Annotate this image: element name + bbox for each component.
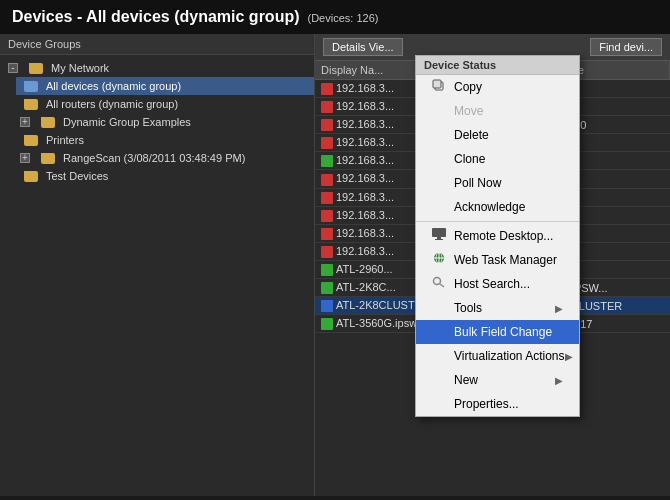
sidebar-label-rangescan: RangeScan (3/08/2011 03:48:49 PM) <box>63 152 245 164</box>
page-title: Devices - All devices (dynamic group) <box>12 8 300 26</box>
context-menu-item-delete[interactable]: Delete <box>416 123 579 147</box>
sidebar-item-printers[interactable]: Printers <box>16 131 314 149</box>
folder-icon-rangescan <box>41 153 55 164</box>
device-status-icon <box>321 174 333 186</box>
svg-line-10 <box>440 284 444 287</box>
context-menu-label-delete: Delete <box>454 128 563 142</box>
device-status-icon <box>321 282 333 294</box>
sidebar-label-test-devices: Test Devices <box>46 170 108 182</box>
context-menu-item-move: Move <box>416 99 579 123</box>
sidebar-label-printers: Printers <box>46 134 84 146</box>
device-status-icon <box>321 228 333 240</box>
new-icon <box>432 372 448 388</box>
expand-my-network[interactable]: - <box>8 63 18 73</box>
context-menu-item-bulk-field-change[interactable]: Bulk Field Change <box>416 320 579 344</box>
sidebar-header: Device Groups <box>0 34 314 55</box>
context-menu-item-acknowledge[interactable]: Acknowledge <box>416 195 579 219</box>
context-menu-item-new[interactable]: New▶ <box>416 368 579 392</box>
submenu-arrow-new: ▶ <box>555 375 563 386</box>
poll-now-icon <box>432 175 448 191</box>
clone-icon <box>432 151 448 167</box>
context-menu-label-properties: Properties... <box>454 397 563 411</box>
details-view-button[interactable]: Details Vie... <box>323 38 403 56</box>
device-status-icon <box>321 246 333 258</box>
svg-rect-1 <box>433 80 441 88</box>
delete-icon <box>432 127 448 143</box>
folder-icon-test <box>24 171 38 182</box>
sidebar-item-test-devices[interactable]: Test Devices <box>16 167 314 185</box>
context-menu-label-host-search: Host Search... <box>454 277 563 291</box>
remote-desktop-icon <box>432 228 448 244</box>
sidebar-item-all-routers[interactable]: All routers (dynamic group) <box>16 95 314 113</box>
context-menu-label-web-task-manager: Web Task Manager <box>454 253 563 267</box>
context-menu-item-tools[interactable]: Tools▶ <box>416 296 579 320</box>
svg-point-9 <box>434 278 441 285</box>
device-status-icon <box>321 192 333 204</box>
sidebar-item-all-devices[interactable]: All devices (dynamic group) <box>16 77 314 95</box>
sidebar-item-rangescan[interactable]: + RangeScan (3/08/2011 03:48:49 PM) <box>12 149 314 167</box>
copy-icon <box>432 79 448 95</box>
svg-rect-4 <box>435 239 443 240</box>
context-menu-item-copy[interactable]: Copy <box>416 75 579 99</box>
context-menu-item-host-search[interactable]: Host Search... <box>416 272 579 296</box>
sidebar: Device Groups - My Network All devices (… <box>0 34 315 496</box>
context-menu-item-web-task-manager[interactable]: Web Task Manager <box>416 248 579 272</box>
device-status-icon <box>321 300 333 312</box>
sidebar-label-my-network: My Network <box>51 62 109 74</box>
device-status-icon <box>321 264 333 276</box>
context-menu-item-virtualization-actions[interactable]: Virtualization Actions▶ <box>416 344 579 368</box>
submenu-arrow-virtualization-actions: ▶ <box>565 351 573 362</box>
context-menu-separator <box>416 221 579 222</box>
virtualization-actions-icon <box>432 348 448 364</box>
context-menu-header: Device Status <box>416 56 579 75</box>
context-menu-label-bulk-field-change: Bulk Field Change <box>454 325 563 339</box>
context-menu-item-poll-now[interactable]: Poll Now <box>416 171 579 195</box>
device-status-icon <box>321 119 333 131</box>
device-status-icon <box>321 137 333 149</box>
svg-rect-2 <box>432 228 446 237</box>
context-menu-label-remote-desktop: Remote Desktop... <box>454 229 563 243</box>
expand-dynamic-group[interactable]: + <box>20 117 30 127</box>
device-count: (Devices: 126) <box>308 12 379 24</box>
sidebar-label-all-routers: All routers (dynamic group) <box>46 98 178 110</box>
move-icon <box>432 103 448 119</box>
device-status-icon <box>321 155 333 167</box>
context-menu-label-new: New <box>454 373 555 387</box>
title-bar: Devices - All devices (dynamic group) (D… <box>0 0 670 34</box>
context-menu-label-acknowledge: Acknowledge <box>454 200 563 214</box>
bulk-field-change-icon <box>432 324 448 340</box>
sidebar-label-all-devices: All devices (dynamic group) <box>46 80 181 92</box>
device-status-icon <box>321 210 333 222</box>
context-menu-label-virtualization-actions: Virtualization Actions <box>454 349 565 363</box>
device-status-icon <box>321 101 333 113</box>
sidebar-item-my-network[interactable]: - My Network <box>0 59 314 77</box>
device-status-icon <box>321 318 333 330</box>
context-menu-label-copy: Copy <box>454 80 563 94</box>
tools-icon <box>432 300 448 316</box>
device-status-icon <box>321 83 333 95</box>
expand-rangescan[interactable]: + <box>20 153 30 163</box>
sidebar-item-dynamic-group[interactable]: + Dynamic Group Examples <box>12 113 314 131</box>
context-menu-item-properties[interactable]: Properties... <box>416 392 579 416</box>
web-task-manager-icon <box>432 252 448 268</box>
acknowledge-icon <box>432 199 448 215</box>
folder-icon-all-routers <box>24 99 38 110</box>
folder-icon-dynamic <box>41 117 55 128</box>
sidebar-content: - My Network All devices (dynamic group)… <box>0 55 314 189</box>
properties-icon <box>432 396 448 412</box>
find-device-button[interactable]: Find devi... <box>590 38 662 56</box>
host-search-icon <box>432 276 448 292</box>
context-menu: Device Status CopyMoveDeleteClonePoll No… <box>415 55 580 417</box>
context-menu-label-poll-now: Poll Now <box>454 176 563 190</box>
folder-icon-my-network <box>29 63 43 74</box>
folder-icon-printers <box>24 135 38 146</box>
folder-icon-all-devices <box>24 81 38 92</box>
sidebar-label-dynamic-group: Dynamic Group Examples <box>63 116 191 128</box>
context-menu-label-tools: Tools <box>454 301 555 315</box>
context-menu-item-remote-desktop[interactable]: Remote Desktop... <box>416 224 579 248</box>
context-menu-label-move: Move <box>454 104 563 118</box>
context-menu-label-clone: Clone <box>454 152 563 166</box>
submenu-arrow-tools: ▶ <box>555 303 563 314</box>
context-menu-item-clone[interactable]: Clone <box>416 147 579 171</box>
